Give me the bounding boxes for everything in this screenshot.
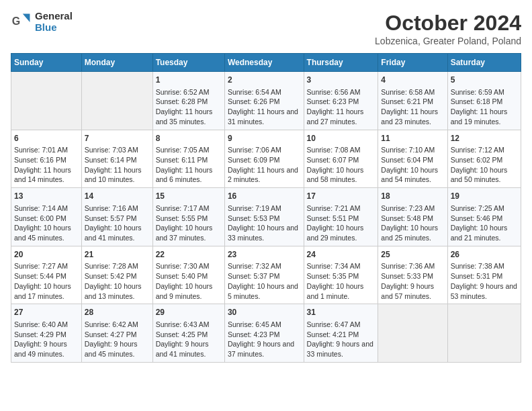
day-number: 11 [381,133,444,144]
sunset-text: Sunset: 4:29 PM [14,330,79,340]
calendar-cell: 6Sunrise: 7:01 AMSunset: 6:16 PMDaylight… [11,130,82,188]
day-number: 21 [85,249,150,261]
daylight-text: Daylight: 10 hours and 17 minutes. [14,281,79,301]
logo-general: General [35,11,73,22]
daylight-text: Daylight: 11 hours and 6 minutes. [156,165,222,185]
sunrise-text: Sunrise: 7:32 AM [228,261,301,271]
daylight-text: Daylight: 9 hours and 41 minutes. [156,339,222,359]
calendar-cell: 14Sunrise: 7:16 AMSunset: 5:57 PMDayligh… [81,188,152,246]
sunset-text: Sunset: 6:00 PM [14,214,79,224]
day-number: 29 [156,307,222,318]
day-number: 12 [451,133,518,144]
calendar-cell: 9Sunrise: 7:06 AMSunset: 6:09 PMDaylight… [224,130,304,188]
calendar-cell: 11Sunrise: 7:10 AMSunset: 6:04 PMDayligh… [378,130,447,188]
day-header-monday: Monday [81,54,152,72]
calendar-cell: 28Sunrise: 6:42 AMSunset: 4:27 PMDayligh… [81,304,152,363]
day-header-friday: Friday [378,54,447,72]
sunrise-text: Sunrise: 7:30 AM [156,261,222,271]
sunrise-text: Sunrise: 7:25 AM [451,203,518,214]
sunrise-text: Sunrise: 7:01 AM [14,145,79,155]
sunset-text: Sunset: 5:57 PM [85,214,150,224]
day-number: 26 [451,249,518,261]
title-block: October 2024 Lobzenica, Greater Poland, … [375,11,521,46]
day-number: 2 [228,75,301,86]
calendar-week-row: 13Sunrise: 7:14 AMSunset: 6:00 PMDayligh… [11,188,521,246]
day-number: 20 [14,249,79,261]
sunset-text: Sunset: 6:09 PM [228,155,301,165]
sunset-text: Sunset: 5:46 PM [451,214,518,224]
calendar-cell [447,304,521,363]
day-header-saturday: Saturday [447,54,521,72]
daylight-text: Daylight: 10 hours and 58 minutes. [307,165,375,185]
calendar-table: SundayMondayTuesdayWednesdayThursdayFrid… [11,53,521,363]
calendar-cell: 29Sunrise: 6:43 AMSunset: 4:25 PMDayligh… [152,304,224,363]
sunrise-text: Sunrise: 7:17 AM [156,203,222,214]
sunrise-text: Sunrise: 7:38 AM [451,261,518,271]
day-number: 5 [451,75,518,86]
daylight-text: Daylight: 10 hours and 45 minutes. [14,223,79,242]
calendar-cell: 7Sunrise: 7:03 AMSunset: 6:14 PMDaylight… [81,130,152,188]
sunset-text: Sunset: 5:51 PM [307,214,375,224]
sunrise-text: Sunrise: 7:34 AM [307,261,375,271]
sunset-text: Sunset: 6:28 PM [156,97,222,107]
sunset-text: Sunset: 6:21 PM [381,97,444,107]
daylight-text: Daylight: 10 hours and 33 minutes. [228,223,301,242]
calendar-cell [11,72,82,130]
day-number: 4 [381,75,444,86]
calendar-cell: 31Sunrise: 6:47 AMSunset: 4:21 PMDayligh… [304,304,378,363]
day-number: 23 [228,249,301,261]
day-number: 3 [307,75,375,86]
sunrise-text: Sunrise: 6:45 AM [228,320,301,330]
sunrise-text: Sunrise: 7:36 AM [381,261,444,271]
sunset-text: Sunset: 4:21 PM [307,330,375,340]
sunset-text: Sunset: 6:11 PM [156,155,222,165]
sunrise-text: Sunrise: 6:52 AM [156,87,222,97]
logo-text: General Blue [35,11,73,33]
calendar-cell: 16Sunrise: 7:19 AMSunset: 5:53 PMDayligh… [224,188,304,246]
sunrise-text: Sunrise: 7:23 AM [381,203,444,214]
calendar-cell: 17Sunrise: 7:21 AMSunset: 5:51 PMDayligh… [304,188,378,246]
calendar-cell: 19Sunrise: 7:25 AMSunset: 5:46 PMDayligh… [447,188,521,246]
daylight-text: Daylight: 11 hours and 14 minutes. [14,165,79,185]
sunset-text: Sunset: 5:53 PM [228,214,301,224]
calendar-cell: 10Sunrise: 7:08 AMSunset: 6:07 PMDayligh… [304,130,378,188]
calendar-cell: 12Sunrise: 7:12 AMSunset: 6:02 PMDayligh… [447,130,521,188]
calendar-header-row: SundayMondayTuesdayWednesdayThursdayFrid… [11,54,521,72]
day-number: 1 [156,75,222,86]
calendar-cell [81,72,152,130]
sunrise-text: Sunrise: 7:03 AM [85,145,150,155]
calendar-cell: 13Sunrise: 7:14 AMSunset: 6:00 PMDayligh… [11,188,82,246]
sunrise-text: Sunrise: 6:47 AM [307,320,375,330]
daylight-text: Daylight: 9 hours and 37 minutes. [228,339,301,359]
daylight-text: Daylight: 11 hours and 23 minutes. [381,107,444,126]
sunset-text: Sunset: 4:23 PM [228,330,301,340]
sunrise-text: Sunrise: 7:10 AM [381,145,444,155]
day-header-wednesday: Wednesday [224,54,304,72]
daylight-text: Daylight: 11 hours and 27 minutes. [307,107,375,126]
calendar-cell: 21Sunrise: 7:28 AMSunset: 5:42 PMDayligh… [81,246,152,304]
sunrise-text: Sunrise: 7:19 AM [228,203,301,214]
calendar-week-row: 1Sunrise: 6:52 AMSunset: 6:28 PMDaylight… [11,72,521,130]
sunrise-text: Sunrise: 7:21 AM [307,203,375,214]
sunset-text: Sunset: 4:25 PM [156,330,222,340]
daylight-text: Daylight: 11 hours and 35 minutes. [156,107,222,126]
day-number: 9 [228,133,301,144]
calendar-cell: 8Sunrise: 7:05 AMSunset: 6:11 PMDaylight… [152,130,224,188]
day-number: 25 [381,249,444,261]
day-number: 19 [451,191,518,202]
month-title: October 2024 [375,11,521,36]
daylight-text: Daylight: 11 hours and 2 minutes. [228,165,301,185]
calendar-cell: 23Sunrise: 7:32 AMSunset: 5:37 PMDayligh… [224,246,304,304]
sunset-text: Sunset: 5:40 PM [156,271,222,281]
daylight-text: Daylight: 10 hours and 41 minutes. [85,223,150,242]
logo-blue: Blue [35,22,73,34]
sunset-text: Sunset: 5:37 PM [228,271,301,281]
sunrise-text: Sunrise: 6:40 AM [14,320,79,330]
sunrise-text: Sunrise: 6:59 AM [451,87,518,97]
daylight-text: Daylight: 11 hours and 19 minutes. [451,107,518,126]
sunset-text: Sunset: 5:44 PM [14,271,79,281]
location-title: Lobzenica, Greater Poland, Poland [375,36,521,46]
daylight-text: Daylight: 11 hours and 10 minutes. [85,165,150,185]
daylight-text: Daylight: 10 hours and 37 minutes. [156,223,222,242]
daylight-text: Daylight: 9 hours and 33 minutes. [307,339,375,359]
